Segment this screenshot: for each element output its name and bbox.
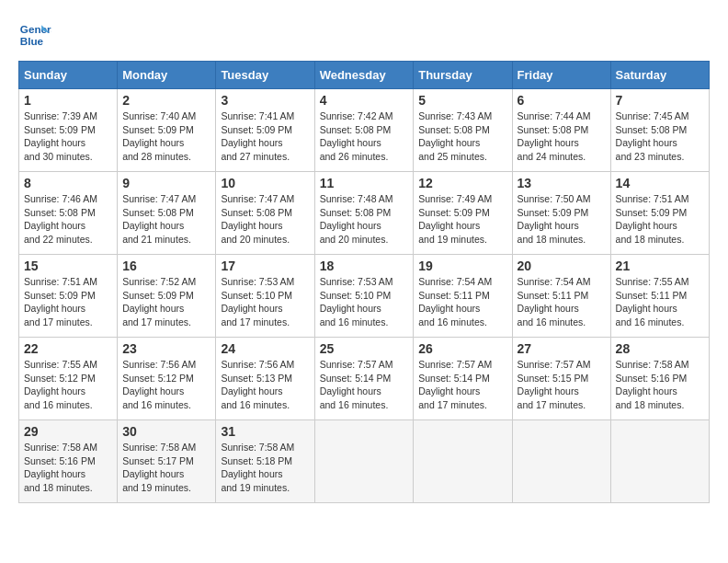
calendar-cell — [512, 420, 610, 503]
calendar-cell: 19 Sunrise: 7:54 AMSunset: 5:11 PMDaylig… — [414, 255, 512, 338]
calendar-week-5: 29 Sunrise: 7:58 AMSunset: 5:16 PMDaylig… — [19, 420, 710, 503]
day-detail: Sunrise: 7:55 AMSunset: 5:12 PMDaylight … — [24, 359, 97, 410]
day-number: 30 — [122, 424, 210, 439]
day-number: 11 — [320, 176, 409, 190]
calendar-cell: 16 Sunrise: 7:52 AMSunset: 5:09 PMDaylig… — [118, 255, 216, 338]
calendar-cell: 28 Sunrise: 7:58 AMSunset: 5:16 PMDaylig… — [610, 338, 709, 420]
day-detail: Sunrise: 7:44 AMSunset: 5:08 PMDaylight … — [518, 110, 591, 162]
day-number: 20 — [518, 259, 606, 273]
calendar-cell: 4 Sunrise: 7:42 AMSunset: 5:08 PMDayligh… — [314, 89, 414, 172]
day-detail: Sunrise: 7:57 AMSunset: 5:14 PMDaylight … — [418, 359, 492, 410]
day-header-wednesday: Wednesday — [314, 62, 414, 89]
calendar-cell: 10 Sunrise: 7:47 AMSunset: 5:08 PMDaylig… — [216, 172, 314, 255]
day-number: 23 — [122, 341, 210, 356]
calendar-cell: 26 Sunrise: 7:57 AMSunset: 5:14 PMDaylig… — [414, 338, 512, 420]
day-header-friday: Friday — [512, 62, 610, 89]
logo: General Blue — [18, 18, 51, 52]
day-detail: Sunrise: 7:50 AMSunset: 5:09 PMDaylight … — [518, 193, 591, 245]
calendar-cell: 18 Sunrise: 7:53 AMSunset: 5:10 PMDaylig… — [314, 255, 414, 338]
day-detail: Sunrise: 7:42 AMSunset: 5:08 PMDaylight … — [320, 110, 393, 162]
calendar-cell: 30 Sunrise: 7:58 AMSunset: 5:17 PMDaylig… — [118, 420, 216, 503]
day-header-saturday: Saturday — [610, 62, 709, 89]
calendar-cell: 15 Sunrise: 7:51 AMSunset: 5:09 PMDaylig… — [19, 255, 118, 338]
day-detail: Sunrise: 7:58 AMSunset: 5:16 PMDaylight … — [24, 442, 97, 493]
day-detail: Sunrise: 7:46 AMSunset: 5:08 PMDaylight … — [24, 193, 97, 245]
calendar-week-3: 15 Sunrise: 7:51 AMSunset: 5:09 PMDaylig… — [19, 255, 710, 338]
calendar-week-4: 22 Sunrise: 7:55 AMSunset: 5:12 PMDaylig… — [19, 338, 710, 420]
day-number: 25 — [320, 341, 409, 356]
day-detail: Sunrise: 7:58 AMSunset: 5:18 PMDaylight … — [221, 442, 294, 493]
calendar-cell: 13 Sunrise: 7:50 AMSunset: 5:09 PMDaylig… — [512, 172, 610, 255]
day-header-sunday: Sunday — [19, 62, 118, 89]
calendar-header-row: SundayMondayTuesdayWednesdayThursdayFrid… — [19, 62, 710, 89]
calendar-cell — [314, 420, 414, 503]
day-detail: Sunrise: 7:53 AMSunset: 5:10 PMDaylight … — [221, 276, 294, 327]
day-header-monday: Monday — [118, 62, 216, 89]
calendar-week-1: 1 Sunrise: 7:39 AMSunset: 5:09 PMDayligh… — [19, 89, 710, 172]
logo-icon: General Blue — [18, 18, 51, 52]
day-detail: Sunrise: 7:40 AMSunset: 5:09 PMDaylight … — [122, 110, 196, 162]
day-detail: Sunrise: 7:54 AMSunset: 5:11 PMDaylight … — [518, 276, 591, 327]
day-number: 10 — [221, 176, 309, 190]
calendar-cell — [610, 420, 709, 503]
calendar-cell: 2 Sunrise: 7:40 AMSunset: 5:09 PMDayligh… — [118, 89, 216, 172]
calendar-cell: 23 Sunrise: 7:56 AMSunset: 5:12 PMDaylig… — [118, 338, 216, 420]
page-header: General Blue — [18, 18, 710, 52]
calendar-cell: 5 Sunrise: 7:43 AMSunset: 5:08 PMDayligh… — [414, 89, 512, 172]
day-number: 7 — [616, 93, 704, 108]
day-detail: Sunrise: 7:39 AMSunset: 5:09 PMDaylight … — [24, 110, 97, 162]
calendar-cell: 1 Sunrise: 7:39 AMSunset: 5:09 PMDayligh… — [19, 89, 118, 172]
calendar-cell: 7 Sunrise: 7:45 AMSunset: 5:08 PMDayligh… — [610, 89, 709, 172]
day-number: 27 — [518, 341, 606, 356]
day-number: 9 — [122, 176, 210, 190]
day-number: 18 — [320, 259, 409, 273]
calendar-week-2: 8 Sunrise: 7:46 AMSunset: 5:08 PMDayligh… — [19, 172, 710, 255]
day-detail: Sunrise: 7:48 AMSunset: 5:08 PMDaylight … — [320, 193, 393, 245]
calendar-cell: 17 Sunrise: 7:53 AMSunset: 5:10 PMDaylig… — [216, 255, 314, 338]
day-number: 28 — [616, 341, 704, 356]
calendar-cell: 31 Sunrise: 7:58 AMSunset: 5:18 PMDaylig… — [216, 420, 314, 503]
calendar-cell: 22 Sunrise: 7:55 AMSunset: 5:12 PMDaylig… — [19, 338, 118, 420]
svg-text:Blue: Blue — [20, 35, 44, 47]
day-number: 4 — [320, 93, 409, 108]
day-number: 2 — [122, 93, 210, 108]
calendar-cell: 21 Sunrise: 7:55 AMSunset: 5:11 PMDaylig… — [610, 255, 709, 338]
calendar-cell: 12 Sunrise: 7:49 AMSunset: 5:09 PMDaylig… — [414, 172, 512, 255]
calendar-cell: 3 Sunrise: 7:41 AMSunset: 5:09 PMDayligh… — [216, 89, 314, 172]
calendar-cell: 25 Sunrise: 7:57 AMSunset: 5:14 PMDaylig… — [314, 338, 414, 420]
day-number: 29 — [24, 424, 112, 439]
day-number: 12 — [418, 176, 506, 190]
day-header-tuesday: Tuesday — [216, 62, 314, 89]
day-number: 6 — [518, 93, 606, 108]
day-detail: Sunrise: 7:45 AMSunset: 5:08 PMDaylight … — [616, 110, 689, 162]
day-detail: Sunrise: 7:47 AMSunset: 5:08 PMDaylight … — [122, 193, 196, 245]
svg-text:General: General — [20, 23, 51, 35]
day-number: 24 — [221, 341, 309, 356]
day-number: 8 — [24, 176, 112, 190]
day-detail: Sunrise: 7:54 AMSunset: 5:11 PMDaylight … — [418, 276, 492, 327]
day-number: 31 — [221, 424, 309, 439]
day-detail: Sunrise: 7:43 AMSunset: 5:08 PMDaylight … — [418, 110, 492, 162]
calendar-cell: 20 Sunrise: 7:54 AMSunset: 5:11 PMDaylig… — [512, 255, 610, 338]
day-number: 1 — [24, 93, 112, 108]
day-detail: Sunrise: 7:57 AMSunset: 5:15 PMDaylight … — [518, 359, 591, 410]
calendar-cell: 29 Sunrise: 7:58 AMSunset: 5:16 PMDaylig… — [19, 420, 118, 503]
calendar-cell: 9 Sunrise: 7:47 AMSunset: 5:08 PMDayligh… — [118, 172, 216, 255]
day-number: 5 — [418, 93, 506, 108]
day-number: 13 — [518, 176, 606, 190]
day-number: 17 — [221, 259, 309, 273]
calendar-table: SundayMondayTuesdayWednesdayThursdayFrid… — [18, 61, 710, 503]
calendar-cell: 14 Sunrise: 7:51 AMSunset: 5:09 PMDaylig… — [610, 172, 709, 255]
day-detail: Sunrise: 7:58 AMSunset: 5:16 PMDaylight … — [616, 359, 689, 410]
day-number: 16 — [122, 259, 210, 273]
day-detail: Sunrise: 7:52 AMSunset: 5:09 PMDaylight … — [122, 276, 196, 327]
day-detail: Sunrise: 7:57 AMSunset: 5:14 PMDaylight … — [320, 359, 393, 410]
day-number: 21 — [616, 259, 704, 273]
day-header-thursday: Thursday — [414, 62, 512, 89]
day-detail: Sunrise: 7:55 AMSunset: 5:11 PMDaylight … — [616, 276, 689, 327]
day-number: 26 — [418, 341, 506, 356]
day-detail: Sunrise: 7:47 AMSunset: 5:08 PMDaylight … — [221, 193, 294, 245]
calendar-cell: 11 Sunrise: 7:48 AMSunset: 5:08 PMDaylig… — [314, 172, 414, 255]
day-detail: Sunrise: 7:51 AMSunset: 5:09 PMDaylight … — [24, 276, 97, 327]
day-detail: Sunrise: 7:49 AMSunset: 5:09 PMDaylight … — [418, 193, 492, 245]
